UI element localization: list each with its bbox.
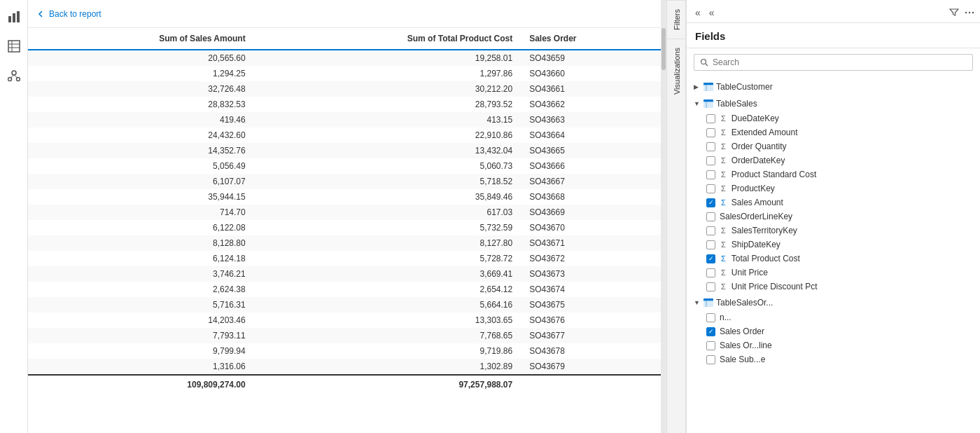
field-checkbox-extendedamount[interactable] <box>706 128 715 137</box>
svg-rect-1 <box>13 13 15 22</box>
customer-expand-arrow: ▶ <box>694 83 701 90</box>
field-item-so-salesorderline[interactable]: Sales Or...line <box>687 338 980 352</box>
table-row: 24,432.6022,910.86SO43664 <box>28 128 661 143</box>
search-box[interactable] <box>694 54 973 71</box>
table-sales-label: TableSales <box>716 99 757 109</box>
field-checkbox-so-field1[interactable] <box>706 313 715 322</box>
field-item-orderquantity[interactable]: ΣOrder Quantity <box>687 139 980 153</box>
table-row: 9,799.949,719.86SO43678 <box>28 343 661 359</box>
field-item-productstandardcost[interactable]: ΣProduct Standard Cost <box>687 167 980 181</box>
filters-tab[interactable]: Filters <box>667 0 685 39</box>
field-item-so-field1[interactable]: n... <box>687 310 980 324</box>
field-checkbox-productkey[interactable] <box>706 184 715 193</box>
field-item-productkey[interactable]: ΣProductKey <box>687 181 980 195</box>
field-item-duedatekey[interactable]: ΣDueDateKey <box>687 111 980 125</box>
field-checkbox-shipdatekey[interactable] <box>706 240 715 249</box>
total-cell: 97,257,988.07 <box>254 375 521 394</box>
field-checkbox-unitpricediscountpct[interactable] <box>706 282 715 291</box>
sigma-icon: Σ <box>721 114 726 123</box>
field-checkbox-orderquantity[interactable] <box>706 142 715 151</box>
back-label: Back to report <box>49 9 102 19</box>
table-cell: 28,793.52 <box>254 97 521 112</box>
more-options-icon[interactable] <box>965 8 974 18</box>
svg-rect-26 <box>704 298 713 301</box>
field-item-unitprice[interactable]: ΣUnit Price <box>687 266 980 280</box>
field-label: SalesOrderLineKey <box>720 212 973 221</box>
table-customer-label: TableCustomer <box>716 82 773 92</box>
field-checkbox-so-salesorder[interactable] <box>706 327 715 336</box>
field-checkbox-so-salessubline[interactable] <box>706 355 715 364</box>
field-checkbox-duedatekey[interactable] <box>706 114 715 123</box>
field-item-so-salessubline[interactable]: Sale Sub...e <box>687 352 980 366</box>
table-cell: SO43659 <box>521 50 661 66</box>
table-row: 2,624.382,654.12SO43674 <box>28 282 661 297</box>
table-cell: 9,799.94 <box>28 343 254 359</box>
field-checkbox-orderdatekey[interactable] <box>706 156 715 165</box>
side-tabs: Filters Visualizations <box>666 0 686 433</box>
col-header-sales-order[interactable]: Sales Order <box>521 28 661 50</box>
field-item-salesorderlinekey[interactable]: SalesOrderLineKey <box>687 209 980 224</box>
table-cell: 2,624.38 <box>28 282 254 297</box>
table-row: 3,746.213,669.41SO43673 <box>28 266 661 282</box>
table-sales-group: ▼ TableSales ΣDueDateKeyΣExtended Amount… <box>687 96 980 294</box>
sigma-icon: Σ <box>721 198 726 207</box>
search-icon <box>700 58 708 67</box>
customer-table-icon <box>704 83 713 91</box>
field-item-shipdatekey[interactable]: ΣShipDateKey <box>687 238 980 252</box>
field-item-extendedamount[interactable]: ΣExtended Amount <box>687 125 980 139</box>
table-cell: SO43674 <box>521 282 661 297</box>
sales-table-icon <box>704 99 713 108</box>
field-item-salesamount[interactable]: ΣSales Amount <box>687 195 980 209</box>
table-cell: 6,124.18 <box>28 251 254 266</box>
sales-expand-arrow: ▼ <box>694 100 701 107</box>
table-view-icon[interactable] <box>4 36 24 56</box>
field-checkbox-salesorderlinekey[interactable] <box>706 212 715 221</box>
table-salesorder-header[interactable]: ▼ TableSalesOr... <box>687 295 980 310</box>
model-view-icon[interactable] <box>4 66 24 85</box>
salesorder-table-icon <box>704 298 713 307</box>
field-label: Sales Amount <box>732 198 973 207</box>
back-to-report-button[interactable]: Back to report <box>36 9 102 19</box>
collapse-all-button[interactable]: « <box>692 6 704 20</box>
svg-rect-3 <box>8 41 20 52</box>
field-checkbox-salesamount[interactable] <box>706 198 715 207</box>
field-item-totalproductcost[interactable]: ΣTotal Product Cost <box>687 252 980 266</box>
table-cell: 6,122.08 <box>28 220 254 235</box>
sigma-icon: Σ <box>721 170 726 179</box>
field-label-so: Sales Order <box>720 327 973 336</box>
table-cell: 19,258.01 <box>254 50 521 66</box>
col-header-sales-amount[interactable]: Sum of Sales Amount <box>28 28 254 50</box>
visualizations-tab[interactable]: Visualizations <box>667 39 685 103</box>
field-checkbox-so-salesorderline[interactable] <box>706 341 715 350</box>
field-label: Extended Amount <box>732 128 973 137</box>
field-label: Order Quantity <box>732 142 973 151</box>
table-row: 5,716.315,664.16SO43675 <box>28 297 661 312</box>
chart-view-icon[interactable] <box>4 7 24 27</box>
field-item-unitpricediscountpct[interactable]: ΣUnit Price Discount Pct <box>687 280 980 294</box>
main-content: Back to report Sum of Sales Amount Sum o… <box>28 0 661 433</box>
filter-icon[interactable] <box>949 8 959 18</box>
table-cell: SO43661 <box>521 81 661 97</box>
field-checkbox-totalproductcost[interactable] <box>706 254 715 263</box>
field-checkbox-productstandardcost[interactable] <box>706 170 715 179</box>
field-item-so-salesorder[interactable]: Sales Order <box>687 324 980 338</box>
table-salesorder-group: ▼ TableSalesOr... n...Sales OrderSales O… <box>687 295 980 366</box>
table-cell: SO43667 <box>521 174 661 189</box>
field-checkbox-unitprice[interactable] <box>706 268 715 277</box>
fields-search-input[interactable] <box>713 57 967 67</box>
table-scrollbar[interactable] <box>661 0 666 433</box>
table-customer-header[interactable]: ▶ TableCustomer <box>687 79 980 95</box>
table-sales-fields: ΣDueDateKeyΣExtended AmountΣOrder Quanti… <box>687 111 980 294</box>
field-item-orderdatekey[interactable]: ΣOrderDateKey <box>687 153 980 167</box>
table-cell: 2,654.12 <box>254 282 521 297</box>
svg-line-10 <box>10 75 14 78</box>
col-header-product-cost[interactable]: Sum of Total Product Cost <box>254 28 521 50</box>
table-cell: 6,107.07 <box>28 174 254 189</box>
table-sales-header[interactable]: ▼ TableSales <box>687 96 980 111</box>
field-label-so: Sales Or...line <box>720 341 973 350</box>
field-item-salesterritorykey[interactable]: ΣSalesTerritoryKey <box>687 224 980 238</box>
table-row: 1,316.061,302.89SO43679 <box>28 359 661 375</box>
table-cell: 22,910.86 <box>254 128 521 143</box>
field-checkbox-salesterritorykey[interactable] <box>706 226 715 235</box>
collapse-panel-button[interactable]: « <box>706 6 718 20</box>
